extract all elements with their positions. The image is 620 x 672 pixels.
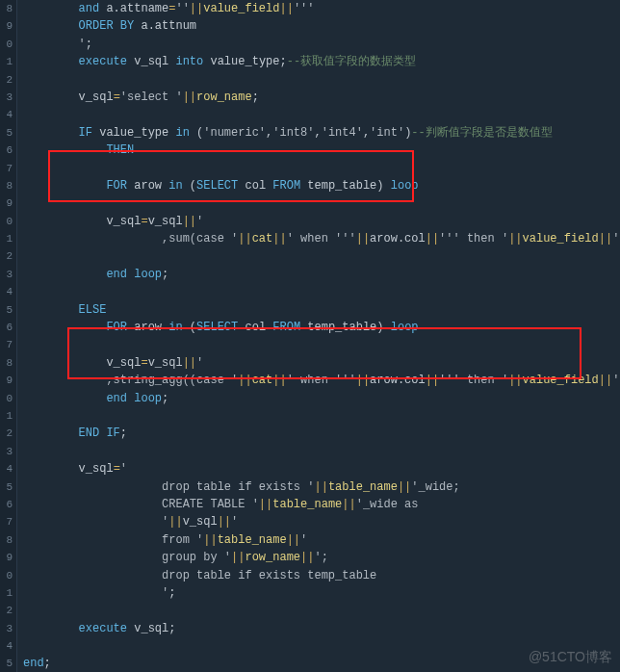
code-line: [23, 247, 620, 265]
code-line: ,sum(case '||cat||' when '''||arow.col||…: [23, 230, 620, 247]
code-line: [23, 71, 620, 89]
line-number: 4: [0, 637, 13, 655]
code-line: v_sql=v_sql||': [23, 213, 620, 230]
line-number: 6: [0, 496, 13, 513]
line-number: 2: [0, 247, 13, 265]
line-number: 8: [0, 354, 13, 372]
code-line: ';: [23, 584, 620, 602]
code-line: ';: [23, 36, 620, 53]
line-number: 8: [0, 531, 13, 549]
code-line: end loop;: [23, 266, 620, 283]
code-line: FOR arow in (SELECT col FROM temp_table)…: [23, 319, 620, 336]
line-number: 8: [0, 177, 13, 194]
line-number: 5: [0, 301, 13, 319]
line-number: 5: [0, 478, 13, 496]
line-number: 3: [0, 443, 13, 460]
line-number: 4: [0, 106, 13, 123]
code-line: [23, 637, 620, 655]
code-line: IF value_type in ('numeric','int8','int4…: [23, 124, 620, 142]
code-line: drop table if exists '||table_name||'_wi…: [23, 478, 620, 496]
line-number: 2: [0, 602, 13, 619]
code-line: '||v_sql||': [23, 513, 620, 530]
code-area[interactable]: and a.attname=''||value_field||''' ORDER…: [17, 0, 620, 672]
line-number: 3: [0, 620, 13, 637]
line-number: 0: [0, 213, 13, 230]
code-line: THEN: [23, 142, 620, 159]
code-line: v_sql=v_sql||': [23, 354, 620, 372]
line-number: 9: [0, 17, 13, 35]
line-number: 9: [0, 549, 13, 566]
code-line: [23, 443, 620, 460]
line-number: 8: [0, 0, 13, 17]
code-line: FOR arow in (SELECT col FROM temp_table)…: [23, 177, 620, 194]
line-number: 7: [0, 160, 13, 177]
code-line: group by '||row_name||';: [23, 549, 620, 566]
line-number: 1: [0, 407, 13, 425]
code-line: ,string_agg((case '||cat||' when '''||ar…: [23, 372, 620, 389]
code-line: execute v_sql;: [23, 620, 620, 637]
code-line: [23, 602, 620, 619]
line-number: 0: [0, 390, 13, 407]
line-number: 1: [0, 53, 13, 70]
code-line: from '||table_name||': [23, 531, 620, 549]
code-line: end;: [23, 655, 620, 672]
line-number: 2: [0, 71, 13, 89]
code-editor: 89012345678901234567890123456789012345 a…: [0, 0, 620, 672]
line-number: 0: [0, 36, 13, 53]
line-number: 3: [0, 89, 13, 106]
line-number: 3: [0, 266, 13, 283]
code-line: CREATE TABLE '||table_name||'_wide as: [23, 496, 620, 513]
line-number: 7: [0, 513, 13, 530]
line-number: 5: [0, 124, 13, 142]
code-line: [23, 283, 620, 300]
line-number: 9: [0, 194, 13, 212]
code-line: [23, 106, 620, 123]
code-line: ORDER BY a.attnum: [23, 17, 620, 35]
line-number: 4: [0, 283, 13, 300]
line-number: 5: [0, 655, 13, 672]
line-number: 6: [0, 142, 13, 159]
line-number: 1: [0, 230, 13, 247]
code-line: [23, 407, 620, 425]
line-number: 2: [0, 425, 13, 442]
code-line: drop table if exists temp_table: [23, 567, 620, 584]
code-line: [23, 336, 620, 353]
line-number: 7: [0, 336, 13, 353]
line-number-gutter: 89012345678901234567890123456789012345: [0, 0, 17, 672]
code-line: ELSE: [23, 301, 620, 319]
code-line: execute v_sql into value_type;--获取值字段的数据…: [23, 53, 620, 70]
line-number: 0: [0, 567, 13, 584]
line-number: 4: [0, 460, 13, 478]
code-line: and a.attname=''||value_field||''': [23, 0, 620, 17]
line-number: 9: [0, 372, 13, 389]
code-line: v_sql=': [23, 460, 620, 478]
code-line: end loop;: [23, 390, 620, 407]
code-line: END IF;: [23, 425, 620, 442]
code-line: [23, 160, 620, 177]
line-number: 6: [0, 319, 13, 336]
code-line: v_sql='select '||row_name;: [23, 89, 620, 106]
code-line: [23, 194, 620, 212]
line-number: 1: [0, 584, 13, 602]
